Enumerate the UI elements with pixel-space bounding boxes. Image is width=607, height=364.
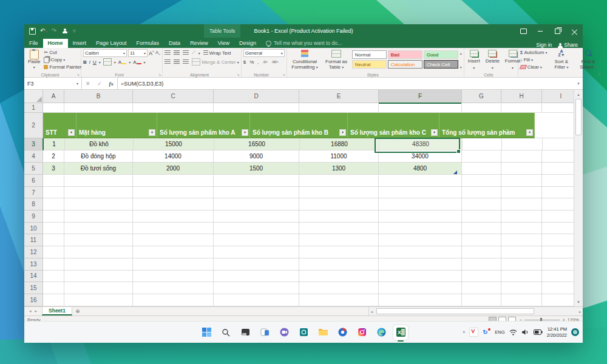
cell-F9[interactable] <box>379 211 462 223</box>
cell-A4[interactable]: 2 <box>43 150 64 163</box>
cell-D6[interactable] <box>214 175 299 187</box>
cell-G1[interactable] <box>462 103 501 113</box>
clear-button[interactable]: Clear▾ <box>520 64 548 70</box>
row-header-5[interactable]: 5 <box>24 163 43 175</box>
column-header-G[interactable]: G <box>462 90 501 103</box>
sheet-nav-next-icon[interactable]: ▸ <box>35 309 38 314</box>
column-header-D[interactable]: D <box>214 90 299 103</box>
row-header-14[interactable]: 14 <box>24 271 43 283</box>
tab-home[interactable]: Home <box>43 39 68 48</box>
cell-E11[interactable] <box>299 234 379 246</box>
cell-I5[interactable] <box>542 163 574 175</box>
zoom-slider[interactable] <box>524 320 560 320</box>
cells-delete-button[interactable]: Delete▾ <box>484 49 501 71</box>
expand-formula-bar-icon[interactable]: ▾ <box>574 78 583 89</box>
cell-A10[interactable] <box>43 223 64 235</box>
cell-F12[interactable] <box>379 246 462 258</box>
gallery-down-icon[interactable]: ▾ <box>460 65 462 69</box>
shrink-font-icon[interactable]: A˅ <box>155 50 160 56</box>
cell-D9[interactable] <box>214 211 299 223</box>
cell-style-neutral[interactable]: Neutral <box>352 60 387 69</box>
cell-C15[interactable] <box>133 282 214 294</box>
cell-F11[interactable] <box>379 234 462 246</box>
cell-I4[interactable] <box>542 150 574 163</box>
cell-C2[interactable]: Số lượng sản phẩm kho A▾ <box>157 113 250 138</box>
cell-B11[interactable] <box>64 234 133 246</box>
format-painter-button[interactable]: Format Painter <box>44 64 81 70</box>
horizontal-scrollbar[interactable]: ◂ ▸ <box>368 307 583 315</box>
cell-I13[interactable] <box>542 258 574 271</box>
cell-D8[interactable] <box>214 198 299 211</box>
find-select-button[interactable]: Find & Select ▾ <box>576 49 601 71</box>
column-header-A[interactable]: A <box>43 90 64 103</box>
number-dialog-launcher-icon[interactable]: ↘ <box>282 72 285 76</box>
row-header-9[interactable]: 9 <box>24 211 43 223</box>
column-header-H[interactable]: H <box>501 90 542 103</box>
restore-button[interactable] <box>549 24 566 38</box>
scroll-right-icon[interactable]: ▸ <box>577 309 583 314</box>
font-color-button[interactable]: A <box>133 59 141 65</box>
cell-A9[interactable] <box>43 211 64 223</box>
ribbon-display-options-icon[interactable] <box>515 24 532 38</box>
cell-I11[interactable] <box>542 234 574 246</box>
taskbar-clock[interactable]: 12:41 PM 2/20/2022 <box>547 326 567 338</box>
cell-H9[interactable] <box>501 211 542 223</box>
cell-H3[interactable] <box>502 138 543 150</box>
conditional-formatting-button[interactable]: Conditional Formatting ▾ <box>289 49 321 71</box>
cell-grid[interactable]: ABCDEFGHI12STT▾Mặt hàng▾Số lượng sản phẩ… <box>24 90 574 306</box>
chat-icon[interactable] <box>277 325 291 340</box>
tab-data[interactable]: Data <box>164 39 185 48</box>
align-right-icon[interactable] <box>183 59 189 64</box>
row-header-13[interactable]: 13 <box>24 258 43 271</box>
row-header-7[interactable]: 7 <box>24 187 43 199</box>
cell-E14[interactable] <box>299 271 379 283</box>
currency-format-icon[interactable]: $ <box>243 59 246 65</box>
cells-insert-button[interactable]: Insert▾ <box>466 49 482 71</box>
undo-icon[interactable]: ↶▾ <box>40 28 47 34</box>
cell-E10[interactable] <box>299 223 379 235</box>
row-header-3[interactable]: 3 <box>24 138 44 150</box>
cell-E7[interactable] <box>299 187 379 199</box>
cell-E13[interactable] <box>299 258 379 271</box>
fill-button[interactable]: ↓Fill▾ <box>520 56 548 63</box>
filter-dropdown-icon[interactable]: ▾ <box>526 129 533 136</box>
cell-D12[interactable] <box>214 246 299 258</box>
cell-I8[interactable] <box>542 198 574 211</box>
cut-button[interactable]: ✂Cut <box>44 49 81 56</box>
battery-icon[interactable] <box>534 329 543 335</box>
cell-G15[interactable] <box>462 282 501 294</box>
cell-B16[interactable] <box>64 294 133 306</box>
cell-G12[interactable] <box>462 246 501 258</box>
cell-D15[interactable] <box>214 282 299 294</box>
cell-A13[interactable] <box>43 258 64 271</box>
row-header-6[interactable]: 6 <box>24 175 43 187</box>
cell-B12[interactable] <box>64 246 133 258</box>
cell-E9[interactable] <box>299 211 379 223</box>
confirm-entry-icon[interactable]: ✓ <box>97 81 102 87</box>
cell-B10[interactable] <box>64 223 133 235</box>
cell-F5[interactable]: 4800 <box>379 163 462 175</box>
cell-C6[interactable] <box>133 175 214 187</box>
copy-button[interactable]: Copy▾ <box>44 56 81 63</box>
cell-A11[interactable] <box>43 234 64 246</box>
cell-D10[interactable] <box>214 223 299 235</box>
fill-color-button[interactable]: A <box>118 59 126 65</box>
cell-A14[interactable] <box>43 271 64 283</box>
insert-function-icon[interactable]: fx <box>109 81 114 87</box>
task-view-icon[interactable] <box>257 325 272 340</box>
align-middle-icon[interactable] <box>174 50 180 55</box>
cell-C14[interactable] <box>133 271 214 283</box>
cell-H16[interactable] <box>501 294 542 306</box>
scroll-left-icon[interactable]: ◂ <box>369 309 375 314</box>
cell-B13[interactable] <box>64 258 133 271</box>
media-app-icon[interactable] <box>296 325 311 340</box>
edge-icon[interactable] <box>374 325 388 340</box>
tab-file[interactable]: File <box>24 39 43 48</box>
font-dialog-launcher-icon[interactable]: ↘ <box>158 72 161 76</box>
align-left-icon[interactable] <box>164 59 171 64</box>
wifi-icon[interactable] <box>509 328 517 336</box>
cell-F2[interactable]: Tổng số lượng sản phầm▾ <box>439 113 535 138</box>
wrap-text-button[interactable]: Wrap Text <box>203 50 231 56</box>
column-header-E[interactable]: E <box>299 90 379 103</box>
paste-button[interactable]: Paste▾ <box>26 49 42 71</box>
